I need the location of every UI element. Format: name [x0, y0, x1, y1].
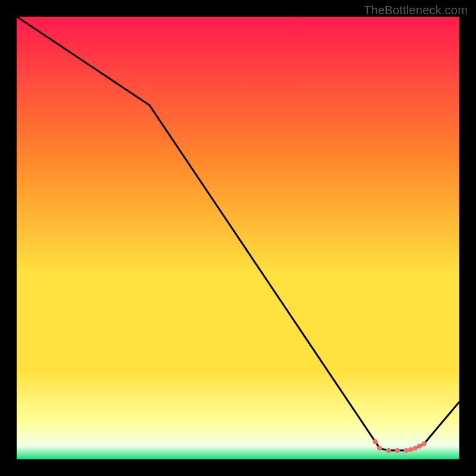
flat-dot [408, 447, 413, 452]
flat-dot [404, 448, 409, 453]
flat-dot [421, 441, 426, 446]
chart-svg [17, 17, 459, 459]
plot-area [17, 17, 459, 459]
flat-dot [377, 446, 382, 450]
flat-dot [395, 448, 400, 453]
chart-container: TheBottleneck.com [0, 0, 476, 476]
flat-dot [372, 439, 377, 444]
flat-dot [417, 444, 422, 449]
flat-dot [386, 448, 391, 453]
attribution-label: TheBottleneck.com [364, 4, 468, 17]
flat-dot [412, 446, 417, 450]
